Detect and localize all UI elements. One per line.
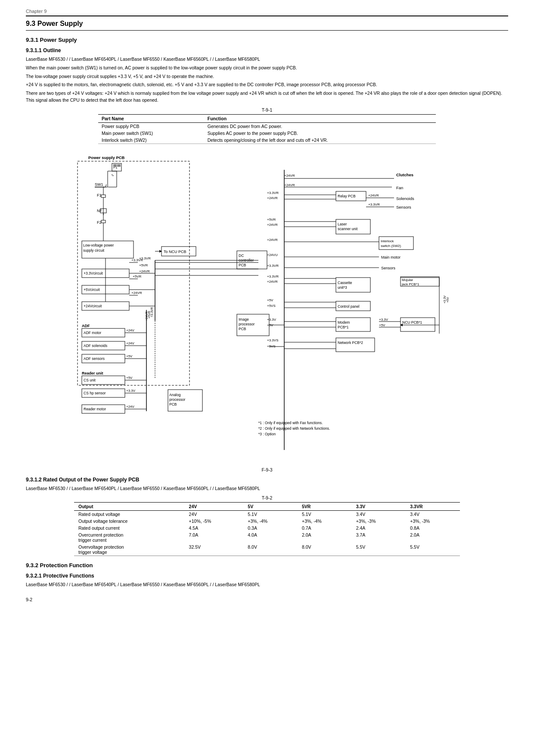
svg-text:Mojular: Mojular — [402, 278, 413, 282]
output-row-1-33vr: 3.4V — [406, 511, 460, 518]
subsubsection-outline-title: 9.3.1.1 Outline — [26, 47, 508, 53]
svg-text:Control panel: Control panel — [338, 304, 360, 309]
svg-text:Cassette: Cassette — [338, 281, 352, 285]
model-line-2: LaserBase MF6530 / / LaserBase MF6540PL … — [26, 485, 508, 492]
output-col-output: Output — [74, 503, 185, 511]
svg-text:Laser: Laser — [338, 222, 347, 226]
svg-text:+3.3VR: +3.3VR — [368, 203, 380, 206]
svg-text:+3.3VR: +3.3VR — [139, 256, 151, 260]
parts-col-function: Function — [204, 114, 436, 122]
svg-text:DC: DC — [239, 253, 244, 258]
svg-text:+3.3VR: +3.3VR — [267, 191, 279, 195]
svg-text:+3.3V: +3.3V — [126, 389, 136, 393]
output-col-5vr: 5VR — [298, 503, 352, 511]
svg-text:+24V: +24V — [126, 328, 135, 332]
part-name-3: Interlock switch (SW2) — [98, 137, 204, 144]
output-col-33v: 3.3V — [352, 503, 406, 511]
svg-text:+3.3V: +3.3V — [267, 318, 276, 322]
output-row-4-33v: 3.7A — [352, 531, 406, 544]
table-row: Main power switch (SW1) Supplies AC powe… — [98, 130, 436, 137]
svg-text:+5Vcircuit: +5Vcircuit — [84, 287, 100, 292]
svg-text:unit*3: unit*3 — [338, 285, 347, 290]
svg-text:ADF sensors: ADF sensors — [84, 356, 105, 361]
svg-text:+3.3V: +3.3V — [443, 295, 446, 303]
page-number: 9-2 — [26, 597, 508, 602]
svg-text:Modem: Modem — [338, 320, 350, 325]
svg-text:+24VR: +24VR — [267, 238, 278, 242]
output-row-2-33vr: +3%, -3% — [406, 518, 460, 525]
output-col-24v: 24V — [185, 503, 244, 511]
chapter-label: Chapter 9 — [26, 9, 47, 14]
output-row-5-label: Overvoltage protectiontrigger voltage — [74, 544, 185, 556]
part-name-2: Main power switch (SW1) — [98, 130, 204, 137]
part-function-3: Detects opening/closing of the left door… — [204, 137, 436, 144]
output-col-5v: 5V — [243, 503, 298, 511]
output-row-5-24v: 32.5V — [185, 544, 244, 556]
svg-text:+24VR: +24VR — [131, 291, 142, 295]
svg-text:+24VR: +24VR — [284, 174, 295, 178]
svg-text:+5V: +5V — [446, 297, 449, 303]
output-row-3-33vr: 0.8A — [406, 525, 460, 531]
svg-text:+5V: +5V — [126, 376, 133, 380]
svg-text:+5VR: +5VR — [133, 275, 141, 278]
output-row-2-5vr: +3%, -4% — [298, 518, 352, 525]
svg-text:+24V: +24V — [126, 341, 135, 345]
outline-para-2: The low-voltage power supply circuit sup… — [26, 73, 508, 80]
output-row-3-5vr: 0.7A — [298, 525, 352, 531]
output-row-4-label: Overcurrent protectiontrigger current — [74, 531, 185, 544]
svg-line-12 — [106, 184, 106, 187]
svg-text:CS unit: CS unit — [84, 378, 96, 382]
svg-text:+5V: +5V — [126, 354, 133, 358]
svg-text:Network PCB*2: Network PCB*2 — [338, 341, 363, 345]
parts-table: Part Name Function Power supply PCB Gene… — [98, 114, 436, 144]
output-row-1-5v: 5.1V — [243, 511, 298, 518]
svg-text:Power supply PCB: Power supply PCB — [88, 155, 125, 160]
output-row-1-33v: 3.4V — [352, 511, 406, 518]
svg-text:Reader motor: Reader motor — [84, 407, 106, 411]
svg-text:+24V: +24V — [126, 405, 135, 409]
subsubsection-rated-title: 9.3.1.2 Rated Output of the Power Supply… — [26, 477, 508, 483]
svg-text:+3.3V: +3.3V — [379, 318, 388, 322]
svg-text:Interlock: Interlock — [381, 239, 394, 243]
svg-text:PCB: PCB — [239, 263, 246, 267]
svg-text:PCB: PCB — [169, 402, 177, 406]
svg-text:PCB: PCB — [239, 327, 246, 331]
svg-text:scanner unit: scanner unit — [338, 227, 358, 231]
svg-text:supply circuit: supply circuit — [83, 248, 105, 253]
svg-text:Fan: Fan — [396, 185, 403, 190]
table-row: Rated output current 4.5A 0.3A 0.7A 2.4A… — [74, 525, 460, 531]
part-function-2: Supplies AC power to the power supply PC… — [204, 130, 436, 137]
svg-text:Relay PCB: Relay PCB — [338, 194, 356, 198]
svg-text:+3.3Vcircuit: +3.3Vcircuit — [84, 271, 103, 275]
output-row-1-label: Rated output voltage — [74, 511, 185, 518]
output-row-5-5v: 8.0V — [243, 544, 298, 556]
output-row-3-label: Rated output current — [74, 525, 185, 531]
svg-text:Reader unit: Reader unit — [82, 371, 103, 375]
svg-rect-128 — [336, 318, 370, 331]
svg-text:switch (SW2): switch (SW2) — [381, 244, 401, 248]
diagram-svg: Power supply PCB P1 ∿ SW1 F1 — [26, 148, 508, 463]
subsubsection-protective-title: 9.3.2.1 Protective Functions — [26, 573, 508, 579]
output-row-2-label: Output voltage tolerance — [74, 518, 185, 525]
subsection-protection-title: 9.3.2 Protection Function — [26, 562, 508, 569]
svg-text:Low-voltage power: Low-voltage power — [83, 243, 114, 247]
svg-text:+5VS: +5VS — [267, 304, 276, 308]
circuit-diagram: Power supply PCB P1 ∿ SW1 F1 — [26, 148, 508, 463]
output-row-4-24v: 7.0A — [185, 531, 244, 544]
svg-text:ADF motor: ADF motor — [84, 331, 101, 335]
output-row-5-33v: 5.5V — [352, 544, 406, 556]
svg-rect-131 — [400, 318, 435, 331]
output-row-1-24v: 24V — [185, 511, 244, 518]
section-title: 9.3 Power Supply — [26, 20, 508, 31]
svg-rect-104 — [336, 278, 370, 292]
svg-text:Sensors: Sensors — [381, 266, 396, 270]
svg-text:F2: F2 — [97, 220, 102, 225]
diagram-label: F-9-3 — [26, 467, 508, 472]
output-col-33vr: 3.3VR — [406, 503, 460, 511]
output-row-4-33vr: 2.0A — [406, 531, 460, 544]
svg-text:SW1: SW1 — [95, 182, 103, 187]
svg-rect-26 — [101, 220, 106, 223]
svg-text:NF: NF — [97, 209, 102, 213]
output-table: Output 24V 5V 5VR 3.3V 3.3VR Rated outpu… — [74, 502, 460, 556]
svg-text:*3 : Option: *3 : Option — [258, 432, 276, 436]
